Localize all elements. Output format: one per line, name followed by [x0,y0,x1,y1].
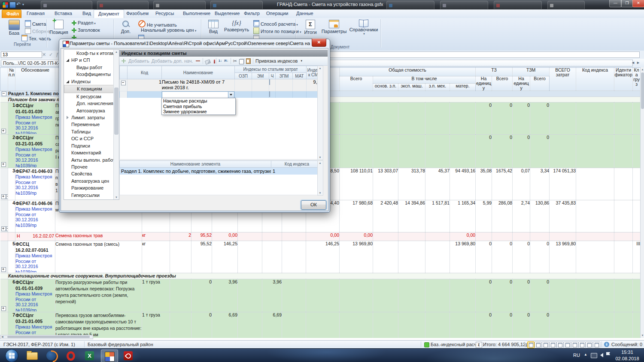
cell[interactable] [398,241,425,273]
cell-vsego-zatrat[interactable]: 13 969,80 [550,241,576,273]
scroll-down-icon[interactable]: ▼ [318,156,322,159]
cell[interactable] [262,232,282,241]
tree-item[interactable]: К ресурсам [64,93,119,100]
expand-icon[interactable] [6,226,8,231]
cell[interactable] [262,241,282,273]
cell-osn-zp[interactable]: 2 420,48 [373,200,398,232]
header-tz-vsego[interactable]: Всего [492,76,513,91]
header-tzm-na-edinicu[interactable]: На единицу [513,76,530,91]
cell-zpm[interactable] [276,91,293,99]
cell[interactable] [373,241,398,273]
speaker-icon[interactable] [600,353,603,357]
header-klass-gruza[interactable]: Кла груз [633,68,640,91]
view-mode-icon[interactable] [535,341,542,348]
cell-price[interactable]: 146,25 [212,241,238,273]
base-button[interactable]: База [4,19,24,36]
document-tab-ghost[interactable] [153,1,206,9]
cell-tzm-ed[interactable]: 2,74 [513,200,530,232]
cell[interactable] [425,279,450,312]
subsection-row[interactable]: Канализационные очистные сооружения. Вну… [0,273,641,279]
zagolovok-button[interactable]: Заголовок [71,27,100,34]
tree-item[interactable]: Доп. начисления [64,100,119,107]
col-naimenovanie[interactable]: Наименование [162,66,235,79]
tab-glavnaya[interactable]: Главная [22,9,49,18]
cell[interactable] [170,241,191,273]
tab-fizobem[interactable]: Физобъем [122,9,153,18]
cell-tz-vs[interactable]: 0 [492,135,513,168]
cell-vsego-zatrat[interactable]: 37 435,83 [550,200,576,232]
tab-vydelenie[interactable]: Выделение [210,9,244,18]
cell-klass[interactable]: III [633,241,640,273]
header-kod-indeksa[interactable]: Код индекса [576,68,614,91]
spravochniki-button[interactable]: Справочники ▾ [349,19,379,36]
tree-item-selected[interactable]: К позициям [64,85,119,93]
cell-vsego[interactable] [340,312,373,338]
document-tab-ghost[interactable] [494,1,542,9]
cell[interactable] [476,232,492,241]
cell-num[interactable]: 2 [8,135,15,168]
document-tab-ghost[interactable] [440,1,488,9]
cell-num[interactable]: 5 [8,241,15,273]
col-zpm[interactable]: ЗПМ [276,73,293,79]
gutter[interactable] [0,103,8,135]
cell[interactable] [614,232,633,241]
cell-ed-vsego[interactable]: 146,25 [306,241,340,273]
cell-price[interactable]: 3,96 [212,279,238,312]
tree-item[interactable]: ОС и ССР [64,135,119,142]
cell[interactable] [576,279,614,312]
cell-name[interactable]: Семена газонных трав [55,232,142,241]
cell[interactable] [398,312,425,338]
expanded-arrow-icon[interactable] [66,80,69,83]
header-tz-na-edinicu[interactable]: На единицу [476,76,492,91]
dop-button[interactable]: Доп. [116,19,136,34]
cell[interactable] [614,200,633,232]
binding-grid-body[interactable] [119,175,318,195]
cell[interactable] [633,200,640,232]
dropdown-option[interactable]: Зимнее удорожание [162,109,235,115]
tree-item[interactable]: Лимит. затраты [64,114,119,121]
cell-vsego[interactable] [340,135,373,168]
cell[interactable] [282,232,306,241]
header-tzm[interactable]: ТЗМ [513,68,550,76]
cell[interactable] [633,168,640,200]
gutter[interactable] [120,91,128,99]
cell-unit[interactable]: кг [142,232,170,241]
view-mode-icon[interactable] [556,341,564,348]
vid-button[interactable]: Вид [204,19,223,34]
document-tab-ghost[interactable] [41,1,92,9]
cell[interactable] [576,232,614,241]
cell[interactable] [398,232,425,241]
cell[interactable] [373,135,398,168]
name-combobox[interactable] [162,91,234,98]
index-binding-button[interactable]: Привязка индексов [255,58,298,63]
header-zp-meh[interactable]: з.п. мех. [425,84,450,91]
cell-col-e[interactable]: 3,96 [262,279,282,312]
cell-obosnovanie[interactable]: ФССЦпг01-01-01-039Приказ Минстроя России… [15,279,55,312]
tab-dokument[interactable]: Документ [94,9,124,18]
document-tab-ghost[interactable] [547,1,585,9]
cell-vsego[interactable] [340,103,373,135]
cell-vsego[interactable] [340,279,373,312]
cell-name[interactable]: Перевозка грузов автомобилями-самосвалам… [55,312,142,338]
cell-name[interactable]: Письмо № 24818-ХМ/09 от 7 июня 2018 г. [162,79,235,91]
cell[interactable] [398,103,425,135]
cell-tz-ed[interactable]: 0 [476,135,492,168]
header-num[interactable]: № п.п [8,68,15,91]
view-mode-icon[interactable] [527,341,535,348]
view-mode-icon[interactable] [593,341,600,348]
expand-icon[interactable] [1,306,6,311]
network-icon[interactable] [591,353,597,358]
expanded-arrow-icon[interactable] [66,59,69,62]
view-mode-icon[interactable] [549,341,556,348]
cell-tzm-vs[interactable]: 0 [530,135,550,168]
cell[interactable] [633,312,640,338]
view-mode-icon[interactable] [542,341,549,348]
nach-uroven-cen-button[interactable]: Начальный уровень цен▾ [141,27,196,34]
tree-item[interactable]: Свойства [64,170,119,177]
taskbar-browser-button[interactable] [43,350,59,362]
header-vsego[interactable]: Всего [340,76,373,91]
cell-mater[interactable]: 1 165,34 [450,200,476,232]
cell-num[interactable]: 1 [8,103,15,135]
taskbar-grand-smeta-button[interactable] [101,350,118,362]
cell-mat[interactable] [293,79,307,91]
